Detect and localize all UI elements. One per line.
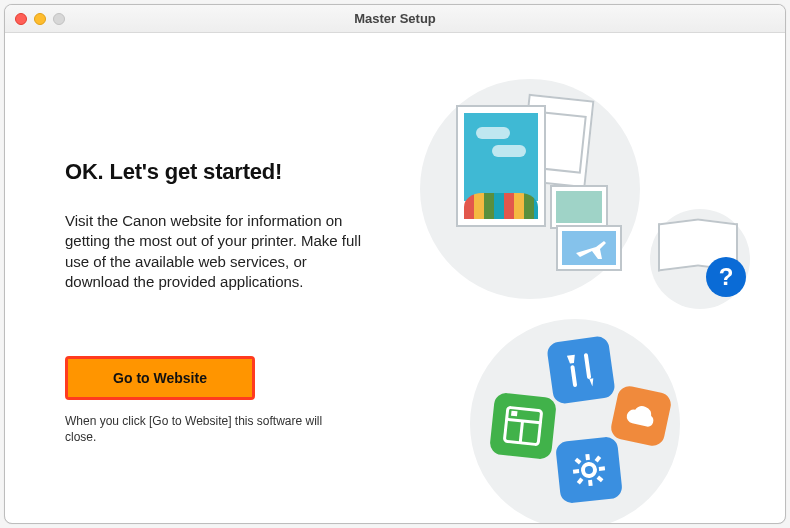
svg-line-14	[578, 479, 582, 483]
maximize-icon	[53, 13, 65, 25]
app-window: Master Setup OK. Let's get started! Visi…	[4, 4, 786, 524]
svg-line-8	[587, 454, 588, 460]
left-pane: OK. Let's get started! Visit the Canon w…	[5, 33, 395, 523]
window-title: Master Setup	[5, 11, 785, 26]
titlebar: Master Setup	[5, 5, 785, 33]
illustration-area: ?	[400, 69, 780, 524]
minimize-icon[interactable]	[34, 13, 46, 25]
help-question-icon: ?	[706, 257, 746, 297]
photo-airplane-icon	[556, 225, 622, 271]
app-tile-layout-icon	[489, 392, 557, 460]
content-area: OK. Let's get started! Visit the Canon w…	[5, 33, 785, 523]
svg-rect-1	[584, 353, 592, 379]
svg-line-9	[590, 480, 591, 486]
svg-line-13	[598, 477, 602, 481]
go-to-website-button[interactable]: Go to Website	[68, 359, 252, 397]
close-icon[interactable]	[15, 13, 27, 25]
svg-line-10	[573, 471, 579, 472]
svg-line-11	[599, 468, 605, 469]
svg-line-15	[596, 457, 600, 461]
page-heading: OK. Let's get started!	[65, 159, 395, 185]
svg-rect-6	[511, 411, 517, 417]
svg-point-7	[582, 463, 595, 476]
svg-rect-0	[570, 365, 577, 387]
highlight-ring: Go to Website	[65, 356, 255, 400]
svg-line-12	[576, 459, 580, 463]
photo-print-small-icon	[550, 185, 608, 229]
description-text: Visit the Canon website for information …	[65, 211, 365, 292]
app-tile-tools-icon	[546, 335, 616, 405]
app-tile-gear-icon	[555, 436, 623, 504]
window-controls	[15, 13, 65, 25]
svg-line-5	[520, 421, 522, 443]
app-tile-cloud-icon	[609, 384, 673, 448]
photo-print-large-icon	[456, 105, 546, 227]
svg-marker-2	[589, 378, 594, 386]
footnote-text: When you click [Go to Website] this soft…	[65, 414, 325, 445]
